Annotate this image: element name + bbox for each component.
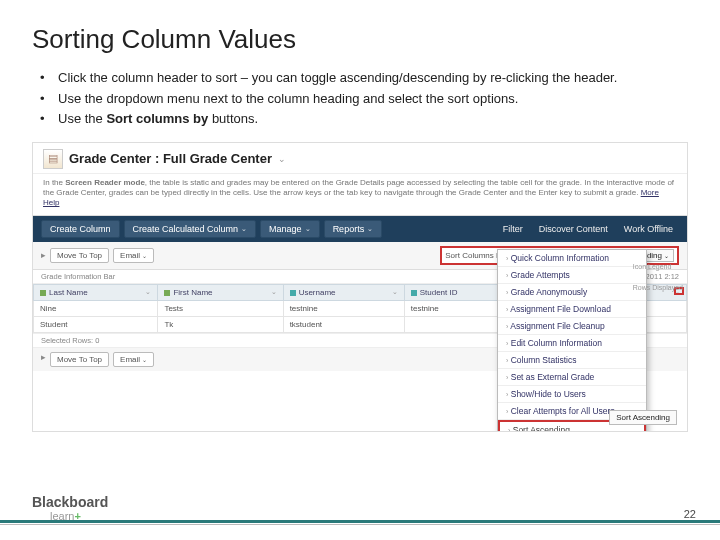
menu-col-stats[interactable]: › Column Statistics [498, 352, 646, 369]
bullet-list: •Click the column header to sort – you c… [40, 69, 688, 128]
col-username[interactable]: Username⌄ [283, 284, 404, 300]
manage-button[interactable]: Manage⌄ [260, 220, 320, 238]
col-lastname[interactable]: Last Name⌄ [34, 284, 158, 300]
email-button[interactable]: Email⌄ [113, 248, 154, 263]
chevron-down-icon[interactable]: ⌄ [271, 288, 277, 296]
menu-quick-info[interactable]: › Quick Column Information [498, 250, 646, 267]
move-to-top-button[interactable]: Move To Top [50, 352, 109, 367]
chevron-down-icon: ⌄ [305, 225, 311, 233]
sort-ascending-button[interactable]: Sort Ascending [609, 410, 677, 425]
work-offline-link[interactable]: Work Offline [618, 222, 679, 236]
menu-file-download[interactable]: › Assignment File Download [498, 301, 646, 318]
col-firstname[interactable]: First Name⌄ [158, 284, 283, 300]
filter-link[interactable]: Filter [497, 222, 529, 236]
page-number: 22 [684, 508, 696, 520]
row-select-icon[interactable]: ▸ [41, 250, 46, 260]
slide-footer: Blackboard learn+ [0, 520, 720, 526]
menu-edit-col-info[interactable]: › Edit Column Information [498, 335, 646, 352]
slide-title: Sorting Column Values [32, 24, 688, 55]
menu-set-external[interactable]: › Set as External Grade [498, 369, 646, 386]
reports-button[interactable]: Reports⌄ [324, 220, 383, 238]
chevron-down-icon: ⌄ [241, 225, 247, 233]
chevron-down-icon: ⌄ [142, 252, 147, 259]
grade-center-description: In the Screen Reader mode, the table is … [33, 174, 687, 216]
chevron-down-icon[interactable]: ⌄ [278, 154, 286, 164]
chevron-down-icon[interactable]: ⌄ [392, 288, 398, 296]
bullet-item: •Use the Sort columns by buttons. [40, 110, 688, 128]
column-context-menu: › Quick Column Information › Grade Attem… [497, 249, 647, 432]
discover-content-link[interactable]: Discover Content [533, 222, 614, 236]
menu-grade-anon[interactable]: › Grade Anonymously [498, 284, 646, 301]
bullet-item: •Click the column header to sort – you c… [40, 69, 688, 87]
move-to-top-button[interactable]: Move To Top [50, 248, 109, 263]
primary-toolbar: Create Column Create Calculated Column⌄ … [33, 216, 687, 242]
grade-center-screenshot: ▤ Grade Center : Full Grade Center ⌄ In … [32, 142, 688, 432]
menu-grade-attempts[interactable]: › Grade Attempts [498, 267, 646, 284]
email-button[interactable]: Email⌄ [113, 352, 154, 367]
grade-info-bar: Grade Information Bar [41, 272, 115, 281]
create-column-button[interactable]: Create Column [41, 220, 120, 238]
chevron-down-icon: ⌄ [664, 252, 669, 259]
grade-center-title: Grade Center : Full Grade Center [69, 151, 272, 166]
chevron-down-icon: ⌄ [367, 225, 373, 233]
create-calculated-column-button[interactable]: Create Calculated Column⌄ [124, 220, 257, 238]
bullet-item: •Use the dropdown menu next to the colum… [40, 90, 688, 108]
menu-file-cleanup[interactable]: › Assignment File Cleanup [498, 318, 646, 335]
chevron-down-icon[interactable]: ⌄ [145, 288, 151, 296]
chevron-down-icon: ⌄ [142, 356, 147, 363]
blackboard-logo: Blackboard learn+ [32, 494, 108, 522]
row-select-icon[interactable]: ▸ [41, 352, 46, 367]
side-labels: Icon Legend Rows Displayed [633, 263, 683, 305]
grade-center-icon: ▤ [43, 149, 63, 169]
menu-show-hide[interactable]: › Show/Hide to Users [498, 386, 646, 403]
